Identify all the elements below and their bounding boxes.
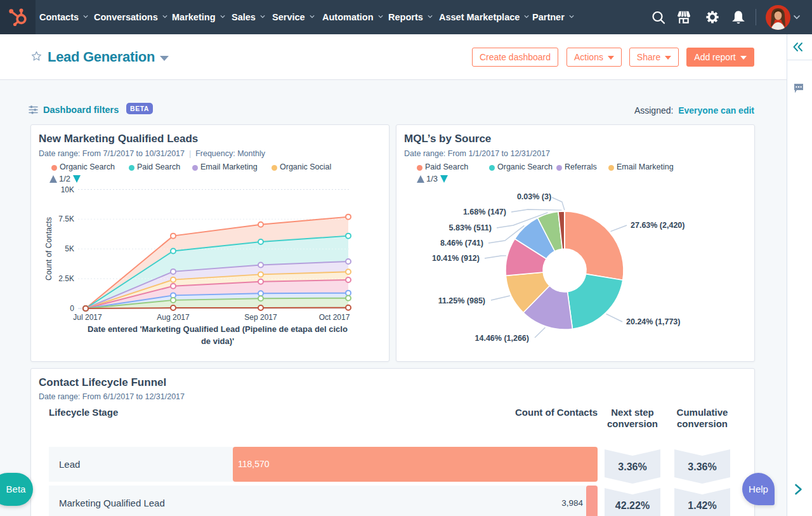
svg-text:Jul 2017: Jul 2017	[73, 313, 102, 322]
svg-text:5.83% (511): 5.83% (511)	[449, 223, 492, 232]
svg-text:1.68% (147): 1.68% (147)	[463, 208, 506, 216]
svg-text:Aug 2017: Aug 2017	[157, 313, 190, 322]
svg-text:Oct 2017: Oct 2017	[319, 313, 350, 322]
svg-text:2.5K: 2.5K	[58, 274, 74, 283]
svg-text:8.46% (741): 8.46% (741)	[440, 239, 483, 248]
svg-text:7.5K: 7.5K	[58, 215, 74, 223]
svg-text:0: 0	[70, 304, 74, 313]
svg-text:Count of Contacts: Count of Contacts	[44, 217, 53, 281]
svg-text:Sep 2017: Sep 2017	[244, 313, 277, 322]
svg-text:20.24% (1,773): 20.24% (1,773)	[626, 317, 680, 326]
svg-text:11.25% (985): 11.25% (985)	[438, 296, 485, 305]
svg-text:14.46% (1,266): 14.46% (1,266)	[475, 334, 529, 343]
svg-text:0.03% (3): 0.03% (3)	[517, 192, 551, 201]
svg-text:10.41% (912): 10.41% (912)	[432, 254, 480, 263]
svg-text:10K: 10K	[61, 185, 74, 194]
svg-text:27.63% (2,420): 27.63% (2,420)	[631, 221, 684, 230]
svg-text:5K: 5K	[65, 244, 74, 253]
